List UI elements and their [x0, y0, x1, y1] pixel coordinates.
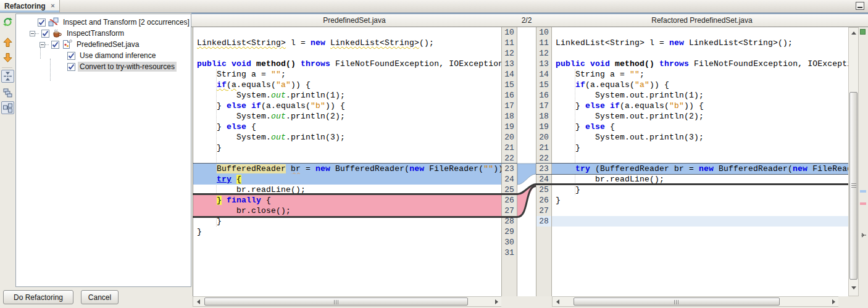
tab-refactoring[interactable]: Refactoring ×	[0, 0, 60, 12]
line-number: 31	[502, 248, 517, 258]
minimize-window-icon[interactable]	[856, 2, 864, 10]
cancel-button[interactable]: Cancel	[81, 290, 119, 304]
line-number: 24	[502, 174, 517, 185]
tree-item-use-diamond-inference[interactable]: Use diamond inference	[16, 50, 191, 61]
logical-view-icon[interactable]	[1, 101, 14, 114]
code-line-14: String a = "";	[193, 69, 501, 80]
code-line-12	[552, 48, 848, 59]
code-token: {	[236, 175, 241, 184]
code-line-10	[552, 27, 848, 38]
checkbox-checked-icon[interactable]	[41, 30, 49, 38]
line-number: 15	[536, 80, 551, 90]
tree-item-convert-to-try-with-resources[interactable]: Convert to try-with-resources	[16, 61, 191, 72]
error-stripe[interactable]	[859, 27, 868, 307]
stripe-change-mark[interactable]	[860, 190, 866, 193]
code-token: LinkedList<String>();	[684, 38, 793, 48]
tree-item-label: Use diamond inference	[78, 51, 157, 60]
tree-item-inspect-and-transform-2-occurrences[interactable]: Inspect and Transform [2 occurrences]	[16, 17, 191, 28]
tree-connector	[45, 44, 49, 45]
code-token: )) {	[325, 101, 345, 110]
stripe-ok-mark[interactable]	[860, 29, 866, 35]
vertical-scroll-thumb[interactable]	[849, 92, 858, 280]
code-token: System.out.println(1);	[556, 91, 704, 100]
code-token: try	[217, 175, 232, 184]
tree-item-inspecttransform[interactable]: InspectTransform	[16, 28, 191, 39]
line-number: 13	[502, 59, 517, 69]
code-token: public	[197, 59, 227, 69]
line-number: 20	[502, 132, 517, 143]
code-line-15: if(a.equals("a")) {	[193, 80, 501, 90]
code-token: }	[197, 217, 222, 226]
tree-item-predefinedset-java[interactable]: PredefinedSet.java	[16, 39, 191, 50]
tab-bar: Refactoring ×	[0, 0, 868, 13]
toolbar-separator	[2, 67, 12, 68]
scroll-right-icon[interactable]	[828, 297, 838, 306]
code-token	[605, 101, 610, 110]
vertical-scrollbar[interactable]	[848, 27, 859, 296]
line-number: 10	[536, 27, 551, 38]
collapse-icon[interactable]	[1, 70, 14, 83]
refactoring-tree[interactable]: Inspect and Transform [2 occurrences]Ins…	[15, 14, 191, 287]
code-line-11: LinkedList<String> l = new LinkedList<St…	[193, 38, 501, 48]
code-token: }	[197, 143, 222, 152]
code-line-19: } else {	[552, 122, 848, 132]
move-up-icon[interactable]	[1, 36, 14, 49]
code-token: =	[301, 164, 315, 173]
refactored-editor[interactable]: LinkedList<String> l = new LinkedList<St…	[552, 27, 848, 296]
code-token: )) {	[291, 80, 311, 89]
line-number: 19	[536, 122, 551, 132]
do-refactoring-button[interactable]: Do Refactoring	[3, 290, 73, 304]
source-horizontal-scrollbar[interactable]	[193, 296, 501, 307]
code-line-21: }	[193, 143, 501, 153]
code-line-10	[193, 27, 501, 38]
code-line-16: System.out.println(1);	[552, 90, 848, 101]
move-down-icon[interactable]	[1, 51, 14, 64]
code-token: (a.equals(	[261, 101, 311, 110]
checkbox-checked-icon[interactable]	[38, 19, 46, 27]
checkbox-checked-icon[interactable]	[67, 63, 75, 71]
code-token: out	[271, 91, 286, 100]
checkbox-checked-icon[interactable]	[51, 41, 59, 49]
code-token: }	[556, 101, 585, 110]
tree-item-label: PredefinedSet.java	[75, 40, 141, 49]
current-diff-border-bottom	[193, 216, 517, 218]
code-line-13: public void method() throws FileNotFound…	[193, 59, 501, 69]
source-editor[interactable]: LinkedList<String> l = new LinkedList<St…	[193, 27, 501, 296]
refresh-icon[interactable]	[1, 15, 14, 28]
stripe-caret-mark[interactable]	[860, 229, 866, 240]
left-file-title: PredefinedSet.java	[191, 16, 517, 25]
code-line-21: }	[552, 143, 848, 153]
horizontal-scroll-thumb[interactable]	[574, 298, 780, 306]
code-line-17: } else if(a.equals("b")) {	[193, 101, 501, 111]
checkbox-checked-icon[interactable]	[67, 52, 75, 60]
code-line-27	[552, 206, 848, 216]
scroll-down-icon[interactable]	[849, 283, 858, 293]
line-number: 12	[502, 48, 517, 59]
code-token: new	[669, 38, 684, 48]
tab-close-icon[interactable]: ×	[49, 2, 56, 9]
stripe-delete-mark[interactable]	[860, 202, 866, 205]
line-number: 21	[536, 143, 551, 153]
code-token: ));	[493, 164, 501, 173]
code-token: out	[271, 133, 286, 142]
change-border-bottom-right	[536, 174, 848, 175]
code-line-26: } finally {	[193, 195, 501, 206]
code-token: ""	[483, 164, 493, 173]
scroll-left-icon[interactable]	[553, 297, 562, 306]
horizontal-scroll-thumb[interactable]	[204, 298, 468, 306]
current-diff-border-right	[536, 183, 848, 185]
code-token: .equals(	[236, 80, 276, 89]
code-token: LinkedList<String> l =	[556, 38, 669, 48]
tree-view-icon[interactable]	[1, 86, 14, 99]
collapse-toggle-icon[interactable]	[30, 31, 35, 36]
scroll-up-icon[interactable]	[849, 28, 858, 38]
refactored-horizontal-scrollbar[interactable]	[552, 296, 838, 307]
code-line-24: try {	[193, 174, 501, 185]
scroll-left-icon[interactable]	[193, 297, 203, 306]
refactoring-window: Refactoring ×	[0, 0, 868, 308]
code-token	[197, 196, 217, 205]
line-number: 28	[536, 216, 551, 227]
collapse-toggle-icon[interactable]	[40, 42, 45, 48]
scroll-right-icon[interactable]	[491, 297, 501, 306]
code-line-16: System.out.println(1);	[193, 90, 501, 101]
